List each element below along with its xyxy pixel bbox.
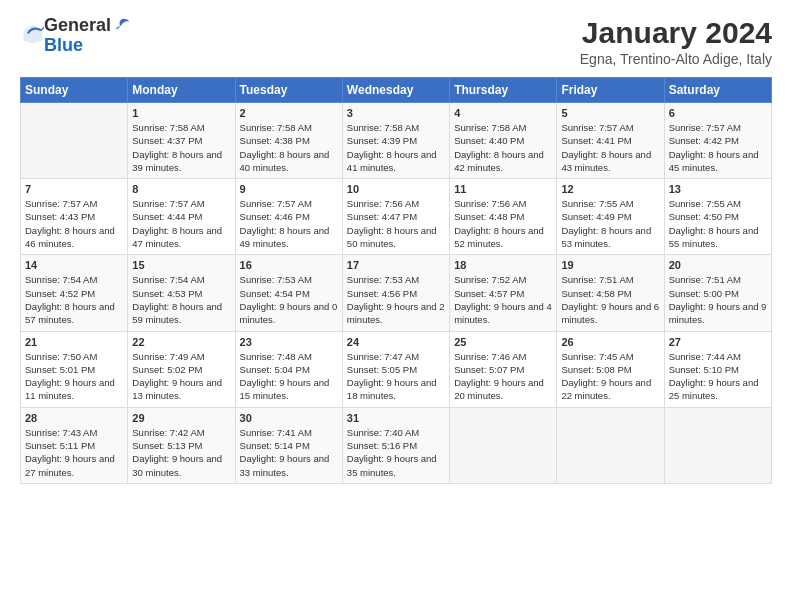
day-info: Sunrise: 7:56 AMSunset: 4:47 PMDaylight:… bbox=[347, 197, 445, 250]
week-row-5: 28Sunrise: 7:43 AMSunset: 5:11 PMDayligh… bbox=[21, 407, 772, 483]
day-number: 16 bbox=[240, 259, 338, 271]
day-info: Sunrise: 7:57 AMSunset: 4:41 PMDaylight:… bbox=[561, 121, 659, 174]
day-number: 15 bbox=[132, 259, 230, 271]
day-number: 29 bbox=[132, 412, 230, 424]
weekday-header-wednesday: Wednesday bbox=[342, 78, 449, 103]
week-row-1: 1Sunrise: 7:58 AMSunset: 4:37 PMDaylight… bbox=[21, 103, 772, 179]
day-info: Sunrise: 7:46 AMSunset: 5:07 PMDaylight:… bbox=[454, 350, 552, 403]
day-number: 5 bbox=[561, 107, 659, 119]
day-number: 6 bbox=[669, 107, 767, 119]
day-info: Sunrise: 7:57 AMSunset: 4:42 PMDaylight:… bbox=[669, 121, 767, 174]
day-info: Sunrise: 7:55 AMSunset: 4:50 PMDaylight:… bbox=[669, 197, 767, 250]
month-title: January 2024 bbox=[580, 16, 772, 49]
day-info: Sunrise: 7:54 AMSunset: 4:52 PMDaylight:… bbox=[25, 273, 123, 326]
main-container: General Blue January 2024 Egna, Trentino… bbox=[0, 0, 792, 494]
day-number: 18 bbox=[454, 259, 552, 271]
day-cell bbox=[664, 407, 771, 483]
day-number: 17 bbox=[347, 259, 445, 271]
day-cell: 15Sunrise: 7:54 AMSunset: 4:53 PMDayligh… bbox=[128, 255, 235, 331]
day-info: Sunrise: 7:49 AMSunset: 5:02 PMDaylight:… bbox=[132, 350, 230, 403]
logo: General Blue bbox=[20, 16, 130, 56]
day-cell: 12Sunrise: 7:55 AMSunset: 4:49 PMDayligh… bbox=[557, 179, 664, 255]
day-number: 24 bbox=[347, 336, 445, 348]
day-number: 31 bbox=[347, 412, 445, 424]
day-info: Sunrise: 7:53 AMSunset: 4:56 PMDaylight:… bbox=[347, 273, 445, 326]
day-info: Sunrise: 7:50 AMSunset: 5:01 PMDaylight:… bbox=[25, 350, 123, 403]
day-info: Sunrise: 7:58 AMSunset: 4:37 PMDaylight:… bbox=[132, 121, 230, 174]
week-row-3: 14Sunrise: 7:54 AMSunset: 4:52 PMDayligh… bbox=[21, 255, 772, 331]
day-info: Sunrise: 7:48 AMSunset: 5:04 PMDaylight:… bbox=[240, 350, 338, 403]
day-info: Sunrise: 7:43 AMSunset: 5:11 PMDaylight:… bbox=[25, 426, 123, 479]
day-cell: 28Sunrise: 7:43 AMSunset: 5:11 PMDayligh… bbox=[21, 407, 128, 483]
day-number: 2 bbox=[240, 107, 338, 119]
day-number: 23 bbox=[240, 336, 338, 348]
day-cell: 30Sunrise: 7:41 AMSunset: 5:14 PMDayligh… bbox=[235, 407, 342, 483]
day-cell: 14Sunrise: 7:54 AMSunset: 4:52 PMDayligh… bbox=[21, 255, 128, 331]
day-info: Sunrise: 7:42 AMSunset: 5:13 PMDaylight:… bbox=[132, 426, 230, 479]
day-cell: 8Sunrise: 7:57 AMSunset: 4:44 PMDaylight… bbox=[128, 179, 235, 255]
weekday-header-monday: Monday bbox=[128, 78, 235, 103]
day-number: 25 bbox=[454, 336, 552, 348]
day-number: 22 bbox=[132, 336, 230, 348]
day-number: 27 bbox=[669, 336, 767, 348]
day-info: Sunrise: 7:55 AMSunset: 4:49 PMDaylight:… bbox=[561, 197, 659, 250]
day-cell: 29Sunrise: 7:42 AMSunset: 5:13 PMDayligh… bbox=[128, 407, 235, 483]
day-cell: 10Sunrise: 7:56 AMSunset: 4:47 PMDayligh… bbox=[342, 179, 449, 255]
weekday-header-row: SundayMondayTuesdayWednesdayThursdayFrid… bbox=[21, 78, 772, 103]
logo-icon bbox=[22, 23, 44, 45]
day-number: 12 bbox=[561, 183, 659, 195]
day-number: 11 bbox=[454, 183, 552, 195]
day-number: 21 bbox=[25, 336, 123, 348]
day-number: 4 bbox=[454, 107, 552, 119]
day-number: 30 bbox=[240, 412, 338, 424]
day-number: 19 bbox=[561, 259, 659, 271]
week-row-2: 7Sunrise: 7:57 AMSunset: 4:43 PMDaylight… bbox=[21, 179, 772, 255]
day-cell: 5Sunrise: 7:57 AMSunset: 4:41 PMDaylight… bbox=[557, 103, 664, 179]
day-info: Sunrise: 7:57 AMSunset: 4:43 PMDaylight:… bbox=[25, 197, 123, 250]
day-cell: 31Sunrise: 7:40 AMSunset: 5:16 PMDayligh… bbox=[342, 407, 449, 483]
day-cell: 11Sunrise: 7:56 AMSunset: 4:48 PMDayligh… bbox=[450, 179, 557, 255]
day-cell: 20Sunrise: 7:51 AMSunset: 5:00 PMDayligh… bbox=[664, 255, 771, 331]
day-cell: 26Sunrise: 7:45 AMSunset: 5:08 PMDayligh… bbox=[557, 331, 664, 407]
day-info: Sunrise: 7:57 AMSunset: 4:46 PMDaylight:… bbox=[240, 197, 338, 250]
weekday-header-saturday: Saturday bbox=[664, 78, 771, 103]
title-block: January 2024 Egna, Trentino-Alto Adige, … bbox=[580, 16, 772, 67]
weekday-header-sunday: Sunday bbox=[21, 78, 128, 103]
day-cell: 6Sunrise: 7:57 AMSunset: 4:42 PMDaylight… bbox=[664, 103, 771, 179]
day-cell: 13Sunrise: 7:55 AMSunset: 4:50 PMDayligh… bbox=[664, 179, 771, 255]
day-info: Sunrise: 7:44 AMSunset: 5:10 PMDaylight:… bbox=[669, 350, 767, 403]
day-info: Sunrise: 7:54 AMSunset: 4:53 PMDaylight:… bbox=[132, 273, 230, 326]
day-number: 26 bbox=[561, 336, 659, 348]
day-info: Sunrise: 7:58 AMSunset: 4:40 PMDaylight:… bbox=[454, 121, 552, 174]
day-number: 1 bbox=[132, 107, 230, 119]
day-cell: 2Sunrise: 7:58 AMSunset: 4:38 PMDaylight… bbox=[235, 103, 342, 179]
logo-bird-icon bbox=[112, 17, 130, 35]
day-cell: 24Sunrise: 7:47 AMSunset: 5:05 PMDayligh… bbox=[342, 331, 449, 407]
day-cell: 18Sunrise: 7:52 AMSunset: 4:57 PMDayligh… bbox=[450, 255, 557, 331]
day-cell: 17Sunrise: 7:53 AMSunset: 4:56 PMDayligh… bbox=[342, 255, 449, 331]
day-cell: 23Sunrise: 7:48 AMSunset: 5:04 PMDayligh… bbox=[235, 331, 342, 407]
day-cell: 7Sunrise: 7:57 AMSunset: 4:43 PMDaylight… bbox=[21, 179, 128, 255]
day-info: Sunrise: 7:58 AMSunset: 4:38 PMDaylight:… bbox=[240, 121, 338, 174]
header: General Blue January 2024 Egna, Trentino… bbox=[20, 16, 772, 67]
weekday-header-friday: Friday bbox=[557, 78, 664, 103]
day-cell: 21Sunrise: 7:50 AMSunset: 5:01 PMDayligh… bbox=[21, 331, 128, 407]
day-cell: 25Sunrise: 7:46 AMSunset: 5:07 PMDayligh… bbox=[450, 331, 557, 407]
logo-general-text: General bbox=[44, 16, 111, 36]
day-info: Sunrise: 7:51 AMSunset: 5:00 PMDaylight:… bbox=[669, 273, 767, 326]
day-info: Sunrise: 7:47 AMSunset: 5:05 PMDaylight:… bbox=[347, 350, 445, 403]
day-number: 9 bbox=[240, 183, 338, 195]
day-cell bbox=[21, 103, 128, 179]
day-cell: 3Sunrise: 7:58 AMSunset: 4:39 PMDaylight… bbox=[342, 103, 449, 179]
day-info: Sunrise: 7:51 AMSunset: 4:58 PMDaylight:… bbox=[561, 273, 659, 326]
day-number: 8 bbox=[132, 183, 230, 195]
day-info: Sunrise: 7:41 AMSunset: 5:14 PMDaylight:… bbox=[240, 426, 338, 479]
day-info: Sunrise: 7:57 AMSunset: 4:44 PMDaylight:… bbox=[132, 197, 230, 250]
day-cell: 1Sunrise: 7:58 AMSunset: 4:37 PMDaylight… bbox=[128, 103, 235, 179]
day-number: 20 bbox=[669, 259, 767, 271]
location-title: Egna, Trentino-Alto Adige, Italy bbox=[580, 51, 772, 67]
day-cell: 22Sunrise: 7:49 AMSunset: 5:02 PMDayligh… bbox=[128, 331, 235, 407]
day-info: Sunrise: 7:40 AMSunset: 5:16 PMDaylight:… bbox=[347, 426, 445, 479]
day-number: 14 bbox=[25, 259, 123, 271]
weekday-header-thursday: Thursday bbox=[450, 78, 557, 103]
